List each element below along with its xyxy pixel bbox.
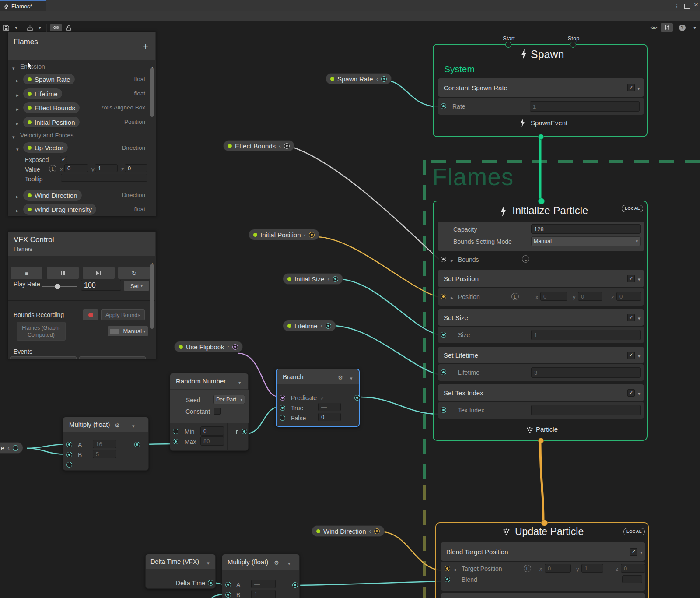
chevron-down-icon[interactable] <box>207 559 210 566</box>
position-x-field[interactable]: 0 <box>540 292 567 301</box>
wire-random-true[interactable] <box>245 407 280 434</box>
expand-triangle-icon[interactable] <box>451 256 453 264</box>
stop-button[interactable] <box>10 267 43 279</box>
size-field[interactable]: 1 <box>531 330 640 340</box>
expand-icon[interactable] <box>16 119 19 127</box>
expand-icon[interactable] <box>16 206 19 214</box>
wire-size-a[interactable] <box>27 444 67 448</box>
pause-button[interactable] <box>46 267 79 279</box>
delta-out-port[interactable] <box>208 580 214 586</box>
chevron-down-icon[interactable] <box>637 84 640 92</box>
collapse-icon[interactable] <box>279 142 281 150</box>
spawnevent-out-port[interactable] <box>538 134 544 140</box>
node-delta-time[interactable]: Delta Time (VFX) Delta Time <box>145 554 216 589</box>
section-collapse-icon[interactable] <box>12 64 15 72</box>
node-title[interactable]: Initialize Particle <box>512 204 588 217</box>
param-out-port[interactable] <box>332 276 338 282</box>
tooltip-field[interactable] <box>61 174 147 182</box>
node-multiply-2[interactable]: Multiply (float) A — B 1 <box>222 554 300 598</box>
node-title[interactable]: Update Particle <box>515 526 584 538</box>
restart-button[interactable] <box>118 267 150 279</box>
block-enabled-checkbox[interactable] <box>627 352 635 359</box>
collapse-icon[interactable] <box>7 444 10 452</box>
expand-triangle-icon[interactable] <box>451 293 453 301</box>
rate-field[interactable]: 1 <box>530 101 640 112</box>
node-multiply-1[interactable]: Multiply (float) A 16 B 5 <box>63 417 149 471</box>
target-position-in-port[interactable] <box>444 566 450 571</box>
expand-icon[interactable] <box>16 105 19 113</box>
collapse-icon[interactable] <box>376 75 378 83</box>
chevron-down-icon[interactable] <box>288 559 290 567</box>
chevron-down-icon[interactable] <box>132 422 135 429</box>
b-field[interactable]: 1 <box>251 590 276 598</box>
bb-item-spawn-rate[interactable]: Spawn Rate <box>23 74 75 85</box>
apply-bounds-button[interactable]: Apply Bounds <box>101 309 145 320</box>
position-y-field[interactable]: 0 <box>578 292 602 301</box>
expand-icon[interactable] <box>16 76 19 84</box>
min-in-port[interactable] <box>173 429 178 434</box>
param-out-port[interactable] <box>309 232 315 238</box>
bounds-mode-dropdown[interactable]: Manual <box>531 236 640 246</box>
gear-icon[interactable] <box>115 421 120 429</box>
target-y-field[interactable]: 1 <box>581 564 603 573</box>
tab-flames[interactable]: Flames* <box>0 0 46 11</box>
multiply-out-port[interactable] <box>134 442 140 447</box>
wire-size-b[interactable] <box>27 448 67 454</box>
param-spawn-rate[interactable]: Spawn Rate <box>326 73 392 84</box>
c-in-port[interactable] <box>66 462 72 468</box>
block-enabled-checkbox[interactable] <box>627 84 635 91</box>
multiply-out-port[interactable] <box>292 582 298 588</box>
node-random-number[interactable]: Random Number Seed Per Part Constant Min… <box>170 373 248 451</box>
node-header[interactable]: Random Number <box>170 373 248 389</box>
block-enabled-checkbox[interactable] <box>627 275 635 282</box>
bounds-in-port[interactable] <box>441 257 446 262</box>
onstop-button[interactable]: OnStop <box>79 356 146 359</box>
toolbar-dropdown-icon[interactable] <box>691 24 698 31</box>
a-in-port[interactable] <box>225 582 231 587</box>
b-in-port[interactable] <box>225 592 231 598</box>
start-flow-port[interactable] <box>505 42 511 48</box>
section-collapse-icon[interactable] <box>12 133 15 141</box>
bounds-mode-dropdown[interactable]: Manual <box>107 326 148 337</box>
blend-field[interactable]: — <box>622 575 642 583</box>
target-z-field[interactable]: 0 <box>621 564 645 573</box>
system-context-label[interactable]: System <box>444 64 475 74</box>
wire-mult2-blend[interactable] <box>295 581 443 585</box>
true-in-port[interactable] <box>280 405 285 411</box>
node-title[interactable]: Spawn <box>531 48 564 61</box>
max-field[interactable]: 80 <box>200 436 224 446</box>
a-field[interactable]: 16 <box>93 440 116 448</box>
import-dropdown-icon[interactable] <box>37 24 43 31</box>
bb-item-up-vector[interactable]: Up Vector <box>23 142 68 153</box>
node-header[interactable]: Multiply (float) <box>222 554 299 570</box>
onplay-button[interactable]: OnPlay <box>10 356 77 359</box>
collapse-icon[interactable] <box>228 343 230 351</box>
node-header[interactable]: Delta Time (VFX) <box>146 554 215 569</box>
min-field[interactable]: 0 <box>200 426 224 436</box>
target-x-field[interactable]: 0 <box>545 564 571 573</box>
up-vector-z-field[interactable]: 0 <box>125 164 147 172</box>
param-initial-size[interactable]: Initial Size <box>283 273 343 285</box>
bb-item-wind-drag-intensity[interactable]: Wind Drag Intensity <box>23 204 97 215</box>
window-menu-icon[interactable] <box>673 2 681 10</box>
flow-in-port[interactable] <box>541 520 548 526</box>
wire-effectbounds-bounds[interactable] <box>292 147 439 259</box>
section-velocity-forces[interactable]: Velocity and Forces <box>20 132 74 139</box>
max-in-port[interactable] <box>173 439 178 444</box>
size-in-port[interactable] <box>441 332 446 338</box>
param-out-port[interactable] <box>381 76 387 82</box>
link-space-icon[interactable] <box>524 565 531 572</box>
param-use-flipbook[interactable]: Use Flipbook <box>174 341 243 352</box>
param-initial-position[interactable]: Initial Position <box>248 229 319 240</box>
help-icon[interactable]: ? <box>678 24 686 31</box>
node-update-particle[interactable]: Update Particle LOCAL Blend Target Posit… <box>435 522 649 598</box>
link-space-icon[interactable] <box>49 165 56 172</box>
link-space-icon[interactable] <box>511 293 519 300</box>
collapse-icon[interactable] <box>16 145 19 153</box>
constant-checkbox[interactable] <box>214 408 221 415</box>
branch-out-port[interactable] <box>354 395 360 401</box>
particle-out-port[interactable] <box>538 438 544 443</box>
b-in-port[interactable] <box>66 452 72 457</box>
wire-particle-update[interactable] <box>540 440 543 522</box>
maximize-icon[interactable] <box>684 4 690 9</box>
